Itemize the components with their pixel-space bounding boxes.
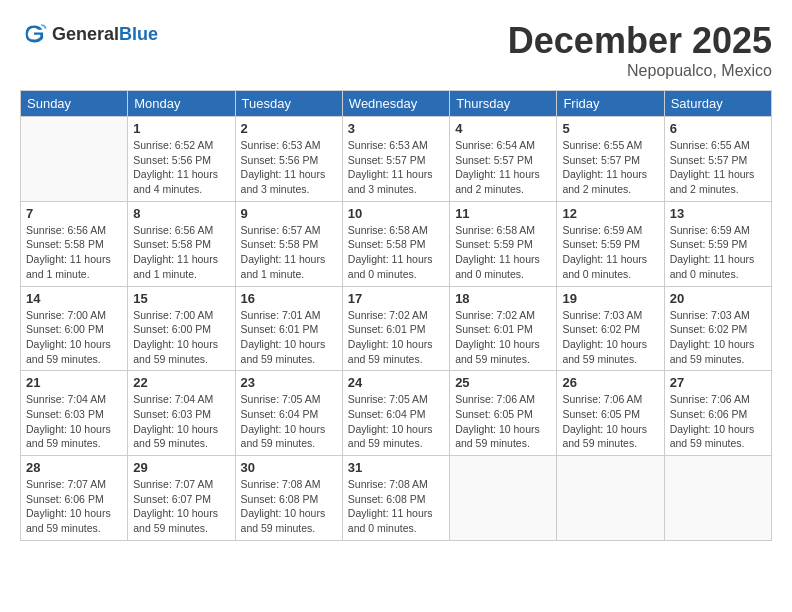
day-info-line: Sunset: 5:57 PM: [562, 154, 640, 166]
day-info-line: Sunrise: 6:59 AM: [562, 224, 642, 236]
day-info: Sunrise: 6:59 AMSunset: 5:59 PMDaylight:…: [670, 223, 766, 282]
day-info: Sunrise: 7:00 AMSunset: 6:00 PMDaylight:…: [26, 308, 122, 367]
day-info-line: Daylight: 10 hours: [241, 507, 326, 519]
day-info-line: Daylight: 11 hours: [670, 168, 755, 180]
calendar-cell: 11Sunrise: 6:58 AMSunset: 5:59 PMDayligh…: [450, 201, 557, 286]
day-info-line: and 59 minutes.: [241, 353, 316, 365]
day-info: Sunrise: 7:05 AMSunset: 6:04 PMDaylight:…: [348, 392, 444, 451]
calendar-cell: 9Sunrise: 6:57 AMSunset: 5:58 PMDaylight…: [235, 201, 342, 286]
calendar-week-row: 21Sunrise: 7:04 AMSunset: 6:03 PMDayligh…: [21, 371, 772, 456]
calendar-cell: 24Sunrise: 7:05 AMSunset: 6:04 PMDayligh…: [342, 371, 449, 456]
day-info-line: Sunset: 6:08 PM: [348, 493, 426, 505]
day-info-line: Daylight: 10 hours: [26, 423, 111, 435]
weekday-header: Wednesday: [342, 91, 449, 117]
day-info: Sunrise: 6:54 AMSunset: 5:57 PMDaylight:…: [455, 138, 551, 197]
day-info-line: and 0 minutes.: [455, 268, 524, 280]
day-info: Sunrise: 6:56 AMSunset: 5:58 PMDaylight:…: [26, 223, 122, 282]
calendar-cell: 26Sunrise: 7:06 AMSunset: 6:05 PMDayligh…: [557, 371, 664, 456]
day-info-line: Sunrise: 6:57 AM: [241, 224, 321, 236]
day-info-line: Sunset: 6:04 PM: [241, 408, 319, 420]
day-info-line: Sunrise: 7:08 AM: [241, 478, 321, 490]
day-info-line: and 59 minutes.: [455, 353, 530, 365]
day-info-line: and 59 minutes.: [670, 353, 745, 365]
calendar-cell: 22Sunrise: 7:04 AMSunset: 6:03 PMDayligh…: [128, 371, 235, 456]
day-number: 2: [241, 121, 337, 136]
day-info-line: and 59 minutes.: [133, 437, 208, 449]
day-info-line: and 59 minutes.: [26, 437, 101, 449]
day-info-line: Daylight: 11 hours: [241, 253, 326, 265]
day-number: 13: [670, 206, 766, 221]
day-info-line: Sunset: 6:07 PM: [133, 493, 211, 505]
calendar-cell: 27Sunrise: 7:06 AMSunset: 6:06 PMDayligh…: [664, 371, 771, 456]
day-info-line: Sunset: 6:06 PM: [26, 493, 104, 505]
day-info-line: Daylight: 11 hours: [562, 253, 647, 265]
page-header: GeneralBlue December 2025 Nepopualco, Me…: [20, 20, 772, 80]
calendar-cell: 23Sunrise: 7:05 AMSunset: 6:04 PMDayligh…: [235, 371, 342, 456]
day-number: 14: [26, 291, 122, 306]
day-info: Sunrise: 7:00 AMSunset: 6:00 PMDaylight:…: [133, 308, 229, 367]
calendar-cell: 28Sunrise: 7:07 AMSunset: 6:06 PMDayligh…: [21, 456, 128, 541]
calendar-table: SundayMondayTuesdayWednesdayThursdayFrid…: [20, 90, 772, 541]
calendar-cell: 21Sunrise: 7:04 AMSunset: 6:03 PMDayligh…: [21, 371, 128, 456]
day-info-line: Daylight: 11 hours: [562, 168, 647, 180]
weekday-header: Saturday: [664, 91, 771, 117]
day-info-line: Sunrise: 7:01 AM: [241, 309, 321, 321]
day-info-line: and 59 minutes.: [348, 353, 423, 365]
day-info-line: Sunrise: 7:06 AM: [455, 393, 535, 405]
day-number: 19: [562, 291, 658, 306]
day-info-line: Sunset: 6:00 PM: [26, 323, 104, 335]
day-info-line: Daylight: 11 hours: [455, 253, 540, 265]
day-number: 10: [348, 206, 444, 221]
day-info-line: Sunset: 6:03 PM: [133, 408, 211, 420]
day-info-line: and 4 minutes.: [133, 183, 202, 195]
day-info-line: and 3 minutes.: [348, 183, 417, 195]
day-info-line: Sunrise: 6:58 AM: [348, 224, 428, 236]
day-info-line: Daylight: 10 hours: [455, 423, 540, 435]
day-info-line: Sunrise: 6:56 AM: [26, 224, 106, 236]
day-info: Sunrise: 7:05 AMSunset: 6:04 PMDaylight:…: [241, 392, 337, 451]
calendar-week-row: 28Sunrise: 7:07 AMSunset: 6:06 PMDayligh…: [21, 456, 772, 541]
day-info-line: Sunrise: 6:53 AM: [348, 139, 428, 151]
calendar-cell: 4Sunrise: 6:54 AMSunset: 5:57 PMDaylight…: [450, 117, 557, 202]
day-info: Sunrise: 7:04 AMSunset: 6:03 PMDaylight:…: [26, 392, 122, 451]
day-info-line: Daylight: 10 hours: [133, 423, 218, 435]
calendar-cell: [557, 456, 664, 541]
calendar-cell: 12Sunrise: 6:59 AMSunset: 5:59 PMDayligh…: [557, 201, 664, 286]
day-info-line: Sunset: 6:04 PM: [348, 408, 426, 420]
logo-icon: [20, 20, 48, 48]
day-info-line: Sunrise: 7:03 AM: [670, 309, 750, 321]
day-info-line: and 2 minutes.: [670, 183, 739, 195]
day-info-line: and 1 minute.: [133, 268, 197, 280]
day-info-line: Sunrise: 7:06 AM: [562, 393, 642, 405]
day-info-line: Sunset: 5:59 PM: [562, 238, 640, 250]
day-info: Sunrise: 7:04 AMSunset: 6:03 PMDaylight:…: [133, 392, 229, 451]
weekday-header: Tuesday: [235, 91, 342, 117]
day-info-line: Daylight: 11 hours: [133, 168, 218, 180]
day-info-line: and 0 minutes.: [348, 268, 417, 280]
day-info-line: and 59 minutes.: [26, 522, 101, 534]
day-number: 17: [348, 291, 444, 306]
location-title: Nepopualco, Mexico: [508, 62, 772, 80]
day-info: Sunrise: 6:52 AMSunset: 5:56 PMDaylight:…: [133, 138, 229, 197]
day-info-line: Sunset: 5:58 PM: [241, 238, 319, 250]
day-info-line: Sunrise: 7:04 AM: [26, 393, 106, 405]
day-info-line: Sunset: 6:01 PM: [241, 323, 319, 335]
day-info-line: and 59 minutes.: [562, 353, 637, 365]
day-info: Sunrise: 6:55 AMSunset: 5:57 PMDaylight:…: [670, 138, 766, 197]
day-info: Sunrise: 6:53 AMSunset: 5:56 PMDaylight:…: [241, 138, 337, 197]
day-info-line: and 59 minutes.: [26, 353, 101, 365]
day-info-line: Sunset: 5:59 PM: [455, 238, 533, 250]
day-info-line: Daylight: 10 hours: [26, 338, 111, 350]
logo-text: GeneralBlue: [52, 24, 158, 45]
day-info: Sunrise: 7:08 AMSunset: 6:08 PMDaylight:…: [348, 477, 444, 536]
day-info-line: Sunset: 6:05 PM: [562, 408, 640, 420]
day-info: Sunrise: 6:59 AMSunset: 5:59 PMDaylight:…: [562, 223, 658, 282]
day-info-line: Sunrise: 7:00 AM: [26, 309, 106, 321]
day-info-line: Sunrise: 7:03 AM: [562, 309, 642, 321]
day-number: 26: [562, 375, 658, 390]
calendar-cell: 15Sunrise: 7:00 AMSunset: 6:00 PMDayligh…: [128, 286, 235, 371]
calendar-week-row: 7Sunrise: 6:56 AMSunset: 5:58 PMDaylight…: [21, 201, 772, 286]
day-info: Sunrise: 6:55 AMSunset: 5:57 PMDaylight:…: [562, 138, 658, 197]
day-info-line: Sunset: 6:01 PM: [455, 323, 533, 335]
day-info-line: and 0 minutes.: [670, 268, 739, 280]
